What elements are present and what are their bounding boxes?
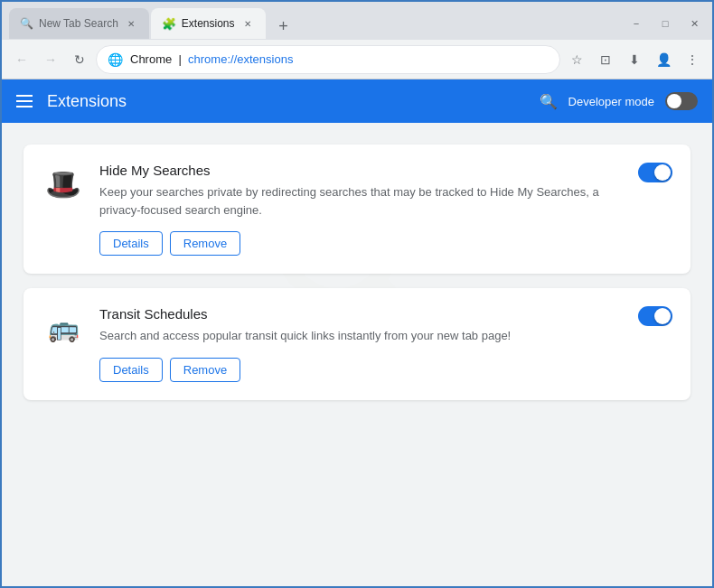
puzzle-tab-icon: 🧩: [162, 17, 176, 31]
header-left: Extensions: [16, 92, 127, 111]
hamburger-line-1: [16, 95, 33, 97]
extension-card-2: 🚌 Transit Schedules Search and access po…: [23, 288, 691, 400]
ext-1-toggle[interactable]: [638, 163, 672, 182]
download-icon[interactable]: ⬇: [622, 47, 647, 72]
extension-card-1: 🎩 Hide My Searches Keep your searches pr…: [23, 145, 691, 274]
url-text: Chrome | chrome://extensions: [130, 52, 293, 66]
tab-new-tab-search[interactable]: 🔍 New Tab Search ✕: [9, 8, 149, 39]
ext-1-info: Hide My Searches Keep your searches priv…: [99, 163, 624, 256]
tab-1-label: New Tab Search: [39, 17, 118, 30]
ext-1-icon: 🎩: [42, 163, 85, 206]
header-right: 🔍 Developer mode: [540, 92, 698, 110]
extensions-header: Extensions 🔍 Developer mode: [2, 79, 712, 123]
ext-1-toggle-knob: [654, 164, 671, 181]
tab-1-close[interactable]: ✕: [124, 16, 138, 31]
address-bar: ← → ↻ 🌐 Chrome | chrome://extensions ☆ ⊡…: [2, 40, 712, 79]
developer-mode-label: Developer mode: [568, 95, 654, 108]
ext-2-remove-button[interactable]: Remove: [170, 358, 240, 382]
url-globe-icon: 🌐: [108, 52, 123, 67]
browser-window: 🔍 New Tab Search ✕ 🧩 Extensions ✕ + − □ …: [0, 0, 714, 588]
tab-2-label: Extensions: [182, 17, 235, 30]
reload-button[interactable]: ↻: [67, 47, 92, 72]
maximize-button[interactable]: □: [654, 13, 676, 34]
save-icon[interactable]: ⊡: [593, 47, 618, 72]
hamburger-menu[interactable]: [16, 95, 33, 107]
ext-2-icon: 🚌: [42, 306, 85, 350]
toggle-knob: [667, 94, 681, 108]
ext-2-details-button[interactable]: Details: [99, 358, 163, 382]
back-button[interactable]: ←: [9, 47, 34, 72]
ext-1-description: Keep your searches private by redirectin…: [99, 183, 624, 219]
hamburger-line-3: [16, 106, 33, 107]
menu-dots-icon[interactable]: ⋮: [680, 47, 705, 72]
close-button[interactable]: ✕: [683, 13, 705, 34]
ext-2-toggle-area: [638, 306, 672, 326]
ext-2-info: Transit Schedules Search and access popu…: [99, 306, 624, 382]
developer-mode-toggle[interactable]: [665, 92, 698, 110]
tab-extensions[interactable]: 🧩 Extensions ✕: [151, 8, 266, 39]
tab-2-close[interactable]: ✕: [240, 16, 255, 31]
new-tab-button[interactable]: +: [271, 14, 296, 39]
tabs-container: 🔍 New Tab Search ✕ 🧩 Extensions ✕ +: [9, 8, 618, 39]
url-bar[interactable]: 🌐 Chrome | chrome://extensions: [96, 45, 560, 74]
search-tab-icon: 🔍: [20, 17, 33, 30]
bookmark-icon[interactable]: ☆: [564, 47, 589, 72]
ext-1-toggle-area: [638, 163, 672, 182]
ext-1-name: Hide My Searches: [99, 163, 624, 178]
ext-1-details-button[interactable]: Details: [99, 231, 163, 256]
search-extensions-icon[interactable]: 🔍: [540, 93, 558, 110]
forward-button[interactable]: →: [38, 47, 63, 72]
extensions-content: fiash.com 🎩 Hide My Searches Keep your s…: [2, 123, 712, 586]
ext-2-toggle[interactable]: [638, 306, 672, 326]
extensions-title: Extensions: [47, 92, 127, 111]
hamburger-line-2: [16, 100, 33, 102]
ext-2-actions: Details Remove: [99, 358, 624, 382]
ext-1-remove-button[interactable]: Remove: [170, 231, 240, 256]
minimize-button[interactable]: −: [625, 13, 647, 34]
ext-1-actions: Details Remove: [99, 231, 624, 256]
title-bar: 🔍 New Tab Search ✕ 🧩 Extensions ✕ + − □ …: [2, 2, 712, 40]
window-controls: − □ ✕: [625, 13, 705, 34]
ext-2-description: Search and access popular transit quick …: [99, 327, 624, 345]
ext-2-toggle-knob: [654, 308, 671, 324]
profile-icon[interactable]: 👤: [651, 47, 676, 72]
address-actions: ☆ ⊡ ⬇ 👤 ⋮: [564, 47, 705, 72]
ext-2-name: Transit Schedules: [99, 306, 624, 322]
